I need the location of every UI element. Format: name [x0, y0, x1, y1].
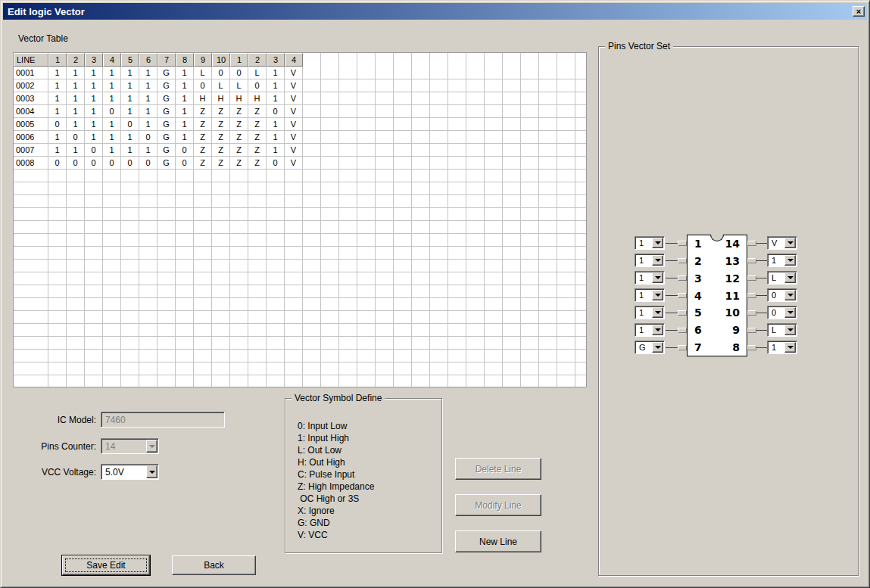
table-cell[interactable]: L: [230, 79, 248, 92]
table-cell[interactable]: [157, 350, 176, 362]
table-cell[interactable]: [248, 272, 267, 285]
table-cell[interactable]: [248, 311, 267, 323]
pin-12-dropdown-button[interactable]: [784, 272, 796, 283]
pin-5-select[interactable]: 1: [635, 306, 665, 319]
table-cell[interactable]: [67, 350, 85, 362]
table-cell[interactable]: 0: [194, 79, 212, 92]
table-cell[interactable]: [176, 272, 194, 285]
pin-14-select[interactable]: V: [767, 236, 797, 250]
table-cell[interactable]: [267, 247, 285, 259]
table-cell[interactable]: [267, 337, 285, 349]
table-cell[interactable]: [67, 362, 85, 375]
table-cell[interactable]: [67, 221, 85, 233]
table-cell[interactable]: [103, 260, 121, 272]
pin-3-select[interactable]: 1: [635, 271, 665, 285]
table-cell[interactable]: G: [157, 118, 176, 130]
table-cell[interactable]: [48, 350, 67, 362]
table-cell[interactable]: [212, 324, 230, 336]
pin-2-select[interactable]: 1: [635, 254, 665, 267]
table-cell[interactable]: [48, 260, 67, 272]
table-cell[interactable]: [176, 221, 194, 233]
table-row[interactable]: [14, 337, 586, 350]
table-cell[interactable]: [194, 362, 212, 375]
table-cell[interactable]: [157, 221, 176, 233]
table-cell[interactable]: [176, 247, 194, 259]
table-row[interactable]: [14, 298, 586, 311]
table-cell[interactable]: [267, 260, 285, 272]
table-cell[interactable]: [103, 311, 121, 323]
table-cell[interactable]: Z: [194, 131, 212, 143]
table-cell[interactable]: [121, 221, 139, 233]
table-cell[interactable]: 0: [121, 157, 139, 169]
table-cell[interactable]: [85, 208, 103, 220]
table-cell[interactable]: [267, 298, 285, 310]
table-row[interactable]: 0005011101G1ZZZZ1V: [14, 118, 586, 131]
table-cell[interactable]: [194, 272, 212, 285]
table-cell[interactable]: 1: [48, 144, 67, 156]
table-cell[interactable]: 0: [139, 131, 157, 143]
table-cell[interactable]: V: [285, 67, 303, 79]
line-cell[interactable]: [14, 182, 48, 194]
line-cell[interactable]: [14, 272, 48, 285]
table-cell[interactable]: [121, 285, 139, 297]
table-cell[interactable]: [194, 182, 212, 194]
table-cell[interactable]: [121, 324, 139, 336]
pin-14-dropdown-button[interactable]: [784, 238, 796, 248]
table-cell[interactable]: [157, 298, 176, 310]
table-cell[interactable]: [103, 221, 121, 233]
table-cell[interactable]: [48, 170, 67, 182]
table-cell[interactable]: [157, 182, 176, 194]
line-cell[interactable]: [14, 337, 48, 349]
table-cell[interactable]: G: [157, 67, 176, 79]
table-cell[interactable]: [67, 260, 85, 272]
table-cell[interactable]: [103, 247, 121, 259]
table-cell[interactable]: [121, 337, 139, 349]
table-cell[interactable]: [194, 298, 212, 310]
table-cell[interactable]: 1: [103, 92, 121, 104]
table-cell[interactable]: [48, 375, 67, 387]
pin-9-select[interactable]: L: [767, 323, 797, 337]
table-cell[interactable]: V: [285, 92, 303, 104]
table-cell[interactable]: [194, 324, 212, 336]
table-cell[interactable]: Z: [212, 105, 230, 117]
table-cell[interactable]: [285, 350, 303, 362]
pin-13-select[interactable]: 1: [767, 254, 797, 267]
table-cell[interactable]: 0: [176, 157, 194, 169]
table-cell[interactable]: [121, 182, 139, 194]
table-cell[interactable]: [194, 260, 212, 272]
table-cell[interactable]: [103, 208, 121, 220]
table-cell[interactable]: [139, 195, 157, 207]
table-cell[interactable]: [176, 362, 194, 375]
table-cell[interactable]: 0: [85, 157, 103, 169]
table-cell[interactable]: 1: [176, 67, 194, 79]
table-cell[interactable]: [103, 362, 121, 375]
table-cell[interactable]: Z: [212, 118, 230, 130]
table-cell[interactable]: V: [285, 131, 303, 143]
line-cell[interactable]: [14, 260, 48, 272]
table-cell[interactable]: [285, 285, 303, 297]
table-cell[interactable]: [230, 298, 248, 310]
table-cell[interactable]: [48, 182, 67, 194]
table-cell[interactable]: 1: [139, 67, 157, 79]
table-cell[interactable]: [248, 182, 267, 194]
table-cell[interactable]: 1: [67, 105, 85, 117]
table-cell[interactable]: [103, 298, 121, 310]
save-edit-button[interactable]: Save Edit: [62, 555, 150, 575]
table-cell[interactable]: 0: [67, 131, 85, 143]
table-cell[interactable]: 1: [139, 118, 157, 130]
table-cell[interactable]: [121, 298, 139, 310]
table-cell[interactable]: [121, 362, 139, 375]
table-cell[interactable]: 1: [48, 105, 67, 117]
pin-9-dropdown-button[interactable]: [784, 325, 796, 335]
pin-1-select[interactable]: 1: [635, 236, 665, 250]
table-cell[interactable]: [176, 260, 194, 272]
table-cell[interactable]: [176, 337, 194, 349]
table-row[interactable]: 0003111111G1HHHH1V: [14, 92, 586, 105]
table-cell[interactable]: [212, 234, 230, 246]
table-cell[interactable]: [157, 362, 176, 375]
table-cell[interactable]: [67, 324, 85, 336]
table-cell[interactable]: [176, 182, 194, 194]
table-row[interactable]: [14, 324, 586, 337]
table-cell[interactable]: [176, 350, 194, 362]
table-cell[interactable]: 0: [48, 157, 67, 169]
